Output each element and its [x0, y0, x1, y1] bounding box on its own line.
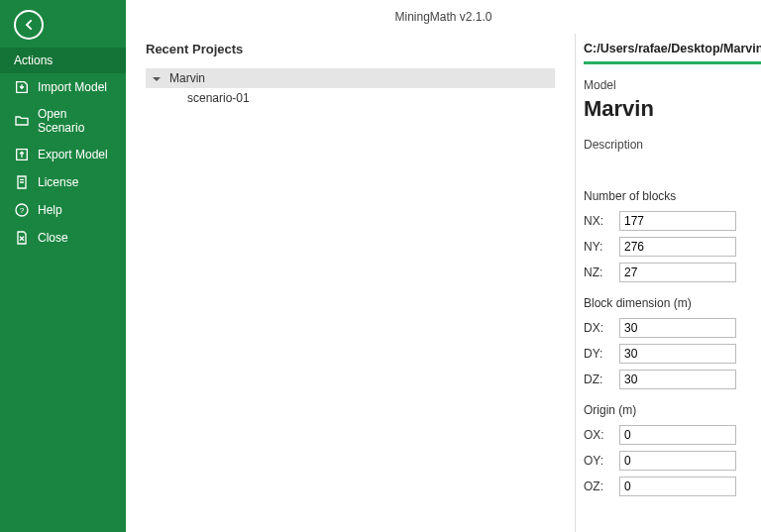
nz-label: NZ: — [584, 266, 611, 279]
sidebar-section-header: Actions — [0, 48, 126, 73]
project-path: C:/Users/rafae/Desktop/Marvin — [584, 42, 761, 64]
model-label: Model — [584, 78, 761, 92]
recent-projects-heading: Recent Projects — [146, 42, 555, 56]
ox-label: OX: — [584, 428, 611, 442]
nx-input[interactable] — [619, 211, 736, 231]
scenario-tree-item[interactable]: scenario-01 — [146, 88, 555, 108]
dx-input[interactable] — [619, 318, 736, 338]
menu-label: Close — [38, 231, 68, 245]
folder-open-icon — [14, 113, 30, 129]
menu-label: License — [38, 175, 78, 189]
menu-open-scenario[interactable]: Open Scenario — [0, 101, 126, 141]
menu-label: Export Model — [38, 148, 108, 161]
description-value — [584, 156, 761, 175]
help-icon: ? — [14, 202, 30, 218]
menu-export-model[interactable]: Export Model — [0, 141, 126, 168]
oz-label: OZ: — [584, 479, 611, 493]
menu-close[interactable]: Close — [0, 224, 126, 252]
window-title: MiningMath v2.1.0 — [126, 0, 761, 34]
dz-input[interactable] — [619, 370, 736, 389]
details-panel: C:/Users/rafae/Desktop/Marvin Model Marv… — [575, 34, 761, 532]
recent-projects-panel: Recent Projects Marvin scenario-01 — [146, 34, 555, 532]
oz-input[interactable] — [619, 477, 736, 496]
menu-label: Help — [38, 203, 62, 217]
dz-label: DZ: — [584, 372, 611, 386]
dx-label: DX: — [584, 321, 611, 335]
dim-group-title: Block dimension (m) — [584, 296, 761, 310]
dy-label: DY: — [584, 347, 611, 361]
close-file-icon — [14, 230, 30, 246]
export-icon — [14, 147, 30, 162]
ox-input[interactable] — [619, 425, 736, 445]
nz-input[interactable] — [619, 263, 736, 282]
blocks-group-title: Number of blocks — [584, 189, 761, 203]
import-icon — [14, 79, 30, 95]
arrow-left-icon — [21, 17, 37, 33]
menu-label: Open Scenario — [38, 107, 112, 135]
back-button[interactable] — [14, 10, 44, 40]
sidebar: Actions Import Model Open Scenario Expor… — [0, 0, 126, 532]
main: MiningMath v2.1.0 Recent Projects Marvin… — [126, 0, 761, 532]
description-label: Description — [584, 138, 761, 152]
license-icon — [14, 174, 30, 190]
model-name: Marvin — [584, 96, 761, 124]
menu-import-model[interactable]: Import Model — [0, 73, 126, 101]
menu-license[interactable]: License — [0, 168, 126, 196]
project-tree-item[interactable]: Marvin — [146, 68, 555, 88]
dy-input[interactable] — [619, 344, 736, 364]
nx-label: NX: — [584, 214, 611, 228]
svg-text:?: ? — [20, 206, 25, 215]
oy-input[interactable] — [619, 451, 736, 471]
origin-group-title: Origin (m) — [584, 403, 761, 417]
oy-label: OY: — [584, 454, 611, 468]
project-name: Marvin — [169, 71, 205, 85]
chevron-down-icon — [152, 73, 162, 83]
scenario-name: scenario-01 — [187, 91, 250, 105]
ny-input[interactable] — [619, 237, 736, 257]
ny-label: NY: — [584, 240, 611, 254]
menu-help[interactable]: ? Help — [0, 196, 126, 224]
menu-label: Import Model — [38, 80, 107, 94]
